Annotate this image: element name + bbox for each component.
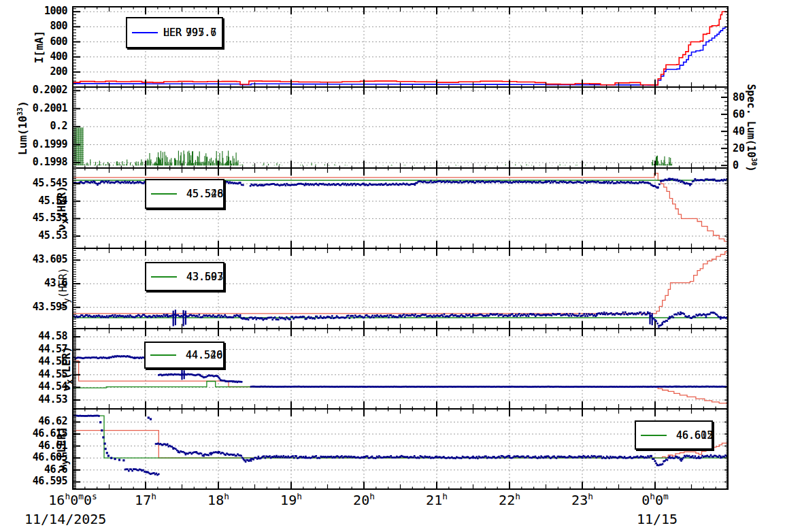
- ytick-label: 45.53: [8, 229, 67, 242]
- ytick-label: 43.605: [8, 253, 67, 265]
- legend-nu-y-her: 43.60743.593: [145, 262, 224, 291]
- plot-canvas: [0, 0, 785, 532]
- ytick-label: 0.1998: [8, 156, 67, 168]
- ytick-label: 0.2002: [8, 84, 67, 96]
- x-tick-label: 23h: [571, 491, 593, 508]
- legend-line-sample: [641, 435, 667, 436]
- axis-title-luminosity: Lum(1033): [16, 101, 29, 155]
- x-tick-label: 0h0m: [641, 491, 669, 508]
- legend-line-sample: [132, 32, 158, 33]
- panel-frame: [73, 87, 728, 168]
- ytick-label: 44.55: [8, 368, 67, 380]
- legend-entry-value: 46.605: [676, 429, 713, 442]
- legend-entry: HER795.6: [132, 27, 216, 39]
- series-nu-x-ler-measured-flat: [250, 386, 729, 388]
- legend-entry: 43.593: [151, 271, 223, 283]
- legend-entry-value: 45.546: [186, 188, 223, 200]
- right-ytick-label: 20: [733, 142, 745, 154]
- ytick-label: 46.595: [8, 475, 67, 487]
- legend-entry-value: 43.593: [186, 271, 223, 283]
- series-nu-y-ler-measured-low: [124, 468, 160, 476]
- ytick-label: 44.57: [8, 343, 67, 355]
- series-layer: [73, 415, 729, 476]
- legend-nu-x-ler: 44.52644.540: [144, 342, 224, 369]
- date-label-right: 11/15: [637, 511, 678, 527]
- root-canvas: 2004006008001000I[mA]LER997.7HER795.6020…: [0, 0, 785, 532]
- ytick-label: 1000: [8, 5, 67, 17]
- ytick-label: 44.53: [8, 393, 67, 405]
- right-axis-title: Spec. Lum(1030): [745, 84, 758, 172]
- legend-nu-y-ler: 46.61246.605: [635, 420, 713, 450]
- legend-entry-value: 795.6: [186, 27, 216, 39]
- legend-line-sample: [150, 354, 176, 356]
- legend-entry: 44.540: [150, 349, 222, 361]
- legend-entry-value: 44.540: [186, 349, 222, 361]
- x-tick-label: 17h: [135, 491, 156, 508]
- gridlines: [73, 329, 728, 409]
- right-ytick-label: 40: [733, 125, 745, 137]
- ytick-label: 200: [8, 65, 67, 78]
- gridlines: [73, 409, 728, 489]
- x-tick-label: 22h: [499, 491, 520, 508]
- axis-title-nu-y-her: νy(HER): [57, 267, 71, 310]
- legend-entry: 46.605: [641, 429, 713, 442]
- x-tick-label: 19h: [280, 491, 302, 508]
- axis-title-beam-current: I[mA]: [33, 31, 46, 63]
- right-ytick-label: 60: [733, 108, 745, 120]
- ytick-label: 44.54: [8, 380, 67, 393]
- axes: [73, 329, 728, 409]
- legend-entry: 45.546: [151, 188, 223, 200]
- x-tick-label: 16h0m0s: [48, 491, 97, 508]
- axes: [73, 87, 728, 168]
- panel-luminosity: [73, 87, 728, 168]
- series-nu-y-ler-ref: [73, 431, 728, 459]
- panel-frame: [73, 329, 728, 409]
- panel-nu-x-ler: [73, 329, 729, 409]
- x-tick-label: 20h: [353, 491, 375, 508]
- x-tick-label: 21h: [426, 491, 448, 508]
- ytick-label: 44.58: [8, 330, 67, 342]
- axes: [73, 409, 728, 489]
- series-nu-y-ler-measured-top: [73, 415, 100, 417]
- ytick-label: 46.62: [8, 415, 67, 427]
- panel-nu-y-ler: [73, 409, 729, 489]
- legend-line-sample: [151, 193, 177, 195]
- panel-frame: [73, 409, 728, 489]
- axis-title-nu-x-ler: νx(LER): [60, 346, 75, 391]
- right-ytick-label: 0: [733, 159, 739, 171]
- axis-title-nu-y-ler: νy(LER): [55, 427, 70, 471]
- legend-nu-x-her: 45.52845.546: [145, 179, 224, 209]
- axis-title-nu-x-her: νx(HER): [55, 186, 70, 231]
- legend-entry-label: HER: [163, 27, 182, 39]
- legend-line-sample: [151, 276, 177, 278]
- ytick-label: 44.56: [8, 355, 67, 367]
- series-nu-y-ler-measured-fall: [99, 416, 152, 461]
- right-ytick-label: 80: [733, 91, 745, 103]
- gridlines: [73, 87, 728, 168]
- x-tick-label: 18h: [207, 491, 229, 508]
- date-label-left: 11/14/2025: [24, 511, 106, 527]
- legend-beam-current: LER997.7HER795.6: [126, 17, 223, 48]
